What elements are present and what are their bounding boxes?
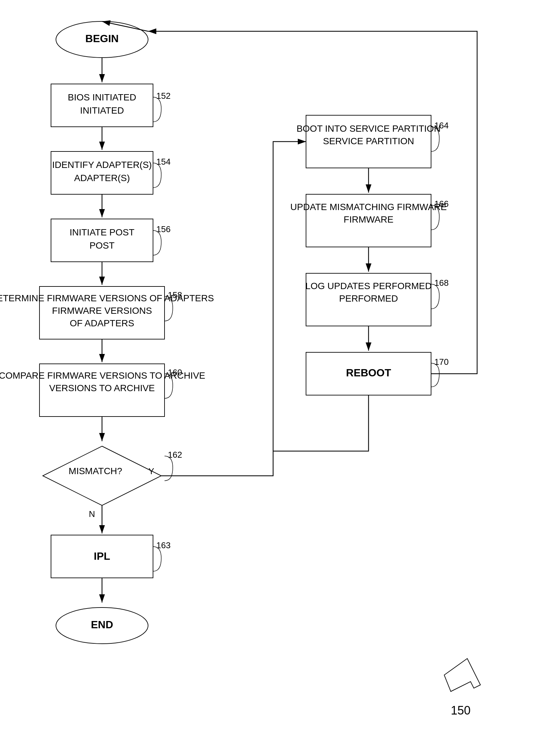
end-label: END — [91, 619, 113, 630]
svg-text:ADAPTER(S): ADAPTER(S) — [74, 173, 130, 183]
svg-text:FIRMWARE: FIRMWARE — [344, 214, 393, 225]
figure-ref: 150 — [451, 704, 470, 717]
svg-text:OF ADAPTERS: OF ADAPTERS — [70, 318, 134, 328]
svg-text:SERVICE PARTITION: SERVICE PARTITION — [323, 136, 414, 146]
flowchart-diagram: BEGIN BIOS INITIATED INITIATED 152 IDENT… — [0, 0, 538, 756]
no-label: N — [89, 509, 95, 519]
initiate-label: INITIATE POST — [70, 227, 134, 237]
ipl-label: IPL — [94, 550, 110, 562]
identify-label: IDENTIFY ADAPTER(S) — [52, 160, 152, 170]
svg-text:PERFORMED: PERFORMED — [339, 293, 398, 304]
svg-text:POST: POST — [89, 240, 115, 251]
svg-text:INITIATED: INITIATED — [80, 105, 124, 116]
yes-label: Y — [148, 466, 154, 476]
svg-text:VERSIONS TO ARCHIVE: VERSIONS TO ARCHIVE — [49, 383, 155, 393]
boot-label: BOOT INTO SERVICE PARTITION — [296, 124, 441, 134]
update-label: UPDATE MISMATCHING FIRMWARE — [290, 202, 447, 212]
svg-text:FIRMWARE VERSIONS: FIRMWARE VERSIONS — [52, 306, 152, 316]
bios-label: BIOS INITIATED — [68, 92, 136, 102]
mismatch-label: MISMATCH? — [69, 466, 122, 476]
log-label: LOG UPDATES PERFORMED — [305, 281, 432, 291]
reboot-label: REBOOT — [346, 367, 391, 378]
begin-label: BEGIN — [85, 32, 119, 44]
